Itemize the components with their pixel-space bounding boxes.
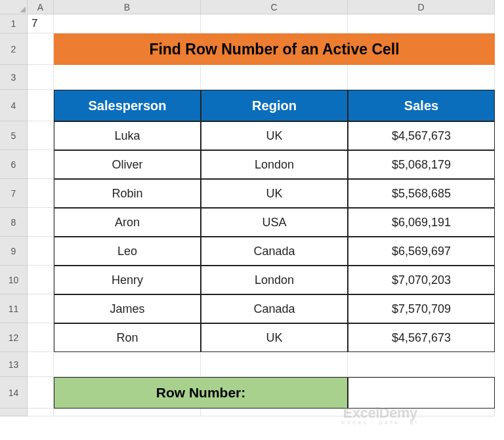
table-row[interactable]: Henry (54, 266, 201, 294)
cell-A15[interactable] (28, 409, 54, 416)
table-row[interactable]: $7,070,203 (348, 266, 495, 294)
table-row[interactable]: Leo (54, 237, 201, 266)
table-row[interactable]: $5,068,179 (348, 150, 495, 179)
cell-A2[interactable] (28, 33, 54, 65)
table-row[interactable]: UK (201, 179, 348, 208)
cell-A10[interactable] (28, 266, 54, 294)
cell-B1[interactable] (54, 14, 201, 33)
table-row[interactable]: $6,069,191 (348, 208, 495, 237)
row-number-value[interactable] (348, 377, 495, 409)
table-row[interactable]: Canada (201, 294, 348, 323)
row-header-3[interactable]: 3 (0, 65, 28, 90)
row-header-10[interactable]: 10 (0, 266, 28, 294)
table-row[interactable]: $4,567,673 (348, 121, 495, 150)
cell-A14[interactable] (28, 377, 54, 409)
cell-A7[interactable] (28, 179, 54, 208)
cell-B15[interactable] (54, 409, 201, 416)
col-header-A[interactable]: A (28, 0, 54, 14)
cell-B3[interactable] (54, 65, 201, 90)
select-all-corner[interactable] (0, 0, 28, 14)
row-number-label[interactable]: Row Number: (54, 377, 348, 409)
row-header-12[interactable]: 12 (0, 323, 28, 352)
cell-C1[interactable] (201, 14, 348, 33)
cell-D3[interactable] (348, 65, 495, 90)
table-row[interactable]: London (201, 266, 348, 294)
row-header-4[interactable]: 4 (0, 90, 28, 121)
table-row[interactable]: Oliver (54, 150, 201, 179)
cell-A4[interactable] (28, 90, 54, 121)
table-row[interactable]: UK (201, 323, 348, 352)
row-header-15[interactable] (0, 409, 28, 416)
row-header-13[interactable]: 13 (0, 352, 28, 377)
watermark-tagline: EXCEL · DATA · BI (341, 420, 419, 426)
spreadsheet-grid[interactable]: A B C D 1 7 2 Find Row Number of an Acti… (0, 0, 504, 416)
table-row[interactable]: Aron (54, 208, 201, 237)
cell-A1[interactable]: 7 (28, 14, 54, 33)
cell-A8[interactable] (28, 208, 54, 237)
row-header-1[interactable]: 1 (0, 14, 28, 33)
cell-A6[interactable] (28, 150, 54, 179)
table-row[interactable]: $7,570,709 (348, 294, 495, 323)
cell-C3[interactable] (201, 65, 348, 90)
table-row[interactable]: James (54, 294, 201, 323)
th-salesperson[interactable]: Salesperson (54, 90, 201, 121)
cell-A13[interactable] (28, 352, 54, 377)
table-row[interactable]: London (201, 150, 348, 179)
th-sales[interactable]: Sales (348, 90, 495, 121)
title-banner[interactable]: Find Row Number of an Active Cell (54, 33, 495, 65)
table-row[interactable]: $6,569,697 (348, 237, 495, 266)
row-header-8[interactable]: 8 (0, 208, 28, 237)
table-row[interactable]: $5,568,685 (348, 179, 495, 208)
cell-A9[interactable] (28, 237, 54, 266)
row-header-2[interactable]: 2 (0, 33, 28, 65)
col-header-C[interactable]: C (201, 0, 348, 14)
table-row[interactable]: UK (201, 121, 348, 150)
cell-A11[interactable] (28, 294, 54, 323)
cell-A12[interactable] (28, 323, 54, 352)
col-header-B[interactable]: B (54, 0, 201, 14)
table-row[interactable]: Robin (54, 179, 201, 208)
table-row[interactable]: Luka (54, 121, 201, 150)
row-header-11[interactable]: 11 (0, 294, 28, 323)
table-row[interactable]: USA (201, 208, 348, 237)
table-row[interactable]: $4,567,673 (348, 323, 495, 352)
table-row[interactable]: Ron (54, 323, 201, 352)
cell-D1[interactable] (348, 14, 495, 33)
cell-C13[interactable] (201, 352, 348, 377)
cell-A5[interactable] (28, 121, 54, 150)
row-header-9[interactable]: 9 (0, 237, 28, 266)
row-header-5[interactable]: 5 (0, 121, 28, 150)
table-row[interactable]: Canada (201, 237, 348, 266)
row-header-7[interactable]: 7 (0, 179, 28, 208)
col-header-D[interactable]: D (348, 0, 495, 14)
row-header-14[interactable]: 14 (0, 377, 28, 409)
cell-B13[interactable] (54, 352, 201, 377)
cell-D13[interactable] (348, 352, 495, 377)
th-region[interactable]: Region (201, 90, 348, 121)
cell-A3[interactable] (28, 65, 54, 90)
cell-D15[interactable] (348, 409, 495, 416)
row-header-6[interactable]: 6 (0, 150, 28, 179)
cell-C15[interactable] (201, 409, 348, 416)
